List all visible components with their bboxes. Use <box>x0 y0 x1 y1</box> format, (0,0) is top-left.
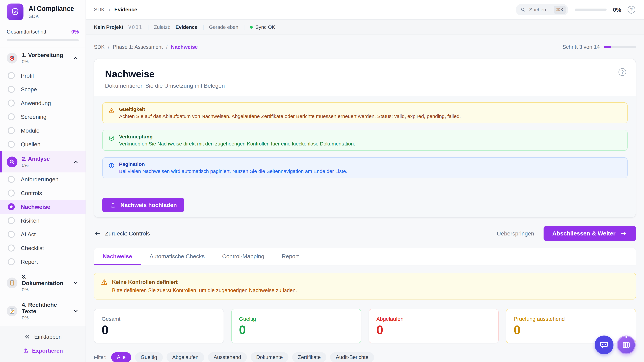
sidebar-item-label: Screening <box>21 114 46 120</box>
arrow-left-icon <box>94 230 101 237</box>
sidebar-item-profil[interactable]: Profil <box>0 69 86 82</box>
sidebar-item-label: Checklist <box>21 245 44 251</box>
sidebar-section-dokumentation[interactable]: 3. Dokumentation 0% <box>0 269 86 297</box>
main-area: SDK › Evidence Suchen... ⌘K 0% ? Kein Pr… <box>86 0 644 362</box>
radio-icon <box>8 231 15 238</box>
filter-chip-dokumente[interactable]: Dokumente <box>250 352 289 362</box>
export-button[interactable]: Exportieren <box>23 348 63 354</box>
alert-title: Verknuepfung <box>119 134 355 140</box>
complete-next-button[interactable]: Abschliessen & Weiter <box>544 226 636 241</box>
filter-chip-ausstehend[interactable]: Ausstehend <box>208 352 247 362</box>
shield-check-icon <box>10 7 20 17</box>
stat-value: 0 <box>514 324 628 336</box>
filter-chip-gueltig[interactable]: Gueltig <box>135 352 163 362</box>
alert-title: Gueltigkeit <box>119 106 461 112</box>
sidebar-item-ai-act[interactable]: AI Act <box>0 227 86 241</box>
columns-icon <box>622 340 631 350</box>
page-subtitle: Dokumentieren Sie die Umsetzung mit Bele… <box>105 82 625 89</box>
chevron-down-icon <box>72 308 79 314</box>
last-value: Evidence <box>176 24 198 30</box>
stat-label: Abgelaufen <box>376 316 491 322</box>
app-subtitle: SDK <box>28 13 74 19</box>
sidebar-item-label: AI Act <box>21 231 36 238</box>
section-title: 2. Analyse <box>22 156 68 162</box>
overall-progress-bar <box>7 39 79 41</box>
breadcrumb-root[interactable]: SDK <box>94 7 105 13</box>
breadcrumb-separator: › <box>109 7 110 12</box>
clipboard-icon <box>7 278 18 288</box>
separator: | <box>148 24 149 30</box>
sidebar-item-module[interactable]: Module <box>0 124 86 137</box>
breadcrumb-root[interactable]: SDK <box>94 44 105 50</box>
sidebar-item-scope[interactable]: Scope <box>0 82 86 96</box>
stat-card-gesamt: Gesamt 0 <box>94 309 224 343</box>
sidebar-section-rechtliche-texte[interactable]: 4. Rechtliche Texte 0% <box>0 297 86 325</box>
radio-icon <box>8 72 15 79</box>
filter-row: Filter: Alle Gueltig Abgelaufen Ausstehe… <box>94 352 636 362</box>
filter-chip-audit-berichte[interactable]: Audit-Berichte <box>330 352 374 362</box>
sidebar-item-label: Risiken <box>21 217 40 224</box>
tab-report[interactable]: Report <box>273 248 308 265</box>
tab-nachweise[interactable]: Nachweise <box>94 248 141 265</box>
sidebar-item-controls[interactable]: Controls <box>0 186 86 200</box>
columns-panel-button[interactable] <box>617 336 636 354</box>
section-percent: 0% <box>22 59 68 64</box>
section-percent: 0% <box>22 315 68 321</box>
radio-icon <box>8 176 15 183</box>
warning-title: Keine Kontrollen definiert <box>112 279 178 285</box>
app-logo-row: AI Compliance SDK <box>0 0 86 24</box>
chat-bubble-icon <box>600 340 609 350</box>
chat-button[interactable] <box>595 336 614 354</box>
breadcrumb-phase[interactable]: Phase 1: Assessment <box>113 44 163 50</box>
check-circle-icon <box>108 135 115 141</box>
upload-evidence-button[interactable]: Nachweis hochladen <box>102 198 184 212</box>
upload-icon <box>110 202 116 208</box>
info-circle-icon <box>108 162 115 169</box>
sidebar-item-anforderungen[interactable]: Anforderungen <box>0 172 86 186</box>
step-progress-bar <box>604 46 636 48</box>
sidebar-section-betrieb[interactable]: 5. Betrieb 0% <box>0 325 86 326</box>
sidebar-item-label: Profil <box>21 72 34 79</box>
separator: | <box>243 24 245 30</box>
sidebar-item-checklist[interactable]: Checklist <box>0 241 86 255</box>
sidebar-section-analyse[interactable]: 2. Analyse 0% <box>0 151 86 172</box>
filter-chip-alle[interactable]: Alle <box>111 352 131 362</box>
search-input[interactable]: Suchen... ⌘K <box>516 4 568 15</box>
warning-triangle-icon <box>108 107 115 114</box>
tab-automatische-checks[interactable]: Automatische Checks <box>141 248 214 265</box>
last-saved-time: Gerade eben <box>209 24 238 30</box>
upload-icon <box>23 348 29 354</box>
topbar: SDK › Evidence Suchen... ⌘K 0% ? <box>86 0 644 20</box>
back-to-controls-link[interactable]: Zurueck: Controls <box>94 230 150 237</box>
filter-chip-abgelaufen[interactable]: Abgelaufen <box>166 352 204 362</box>
skip-button[interactable]: Ueberspringen <box>497 230 534 237</box>
sidebar-item-anwendung[interactable]: Anwendung <box>0 96 86 110</box>
wizard-nav-row: Zurueck: Controls Ueberspringen Abschlie… <box>94 226 636 241</box>
chevron-up-icon <box>72 159 79 165</box>
sidebar-section-vorbereitung[interactable]: 1. Vorbereitung 0% <box>0 47 86 69</box>
sync-label: Sync OK <box>256 24 275 30</box>
radio-icon <box>8 86 15 93</box>
sidebar-item-label: Scope <box>21 86 37 93</box>
tab-control-mapping[interactable]: Control-Mapping <box>214 248 273 265</box>
sidebar-item-risiken[interactable]: Risiken <box>0 214 86 227</box>
breadcrumb-separator: / <box>108 44 110 50</box>
card-help-icon[interactable]: ? <box>618 68 626 76</box>
sidebar-item-screening[interactable]: Screening <box>0 110 86 124</box>
radio-icon <box>8 99 15 107</box>
warning-body: Bitte definieren Sie zuerst Kontrollen, … <box>112 287 629 294</box>
section-title: 4. Rechtliche Texte <box>22 302 68 315</box>
collapse-sidebar-button[interactable]: Einklappen <box>24 334 62 340</box>
radio-icon <box>8 113 15 120</box>
sidebar-item-report[interactable]: Report <box>0 255 86 269</box>
version-badge: V001 <box>128 24 142 30</box>
sync-ok-dot-icon <box>250 26 253 29</box>
sidebar-item-nachweise[interactable]: Nachweise <box>0 200 86 214</box>
radio-icon <box>8 141 15 148</box>
sidebar-item-quellen[interactable]: Quellen <box>0 137 86 151</box>
stat-value: 0 <box>239 324 354 336</box>
filter-chip-zertifikate[interactable]: Zertifikate <box>292 352 326 362</box>
help-icon[interactable]: ? <box>628 6 635 13</box>
content-scroll-area[interactable]: SDK / Phase 1: Assessment / Nachweise Sc… <box>86 35 644 362</box>
export-label: Exportieren <box>32 348 63 354</box>
